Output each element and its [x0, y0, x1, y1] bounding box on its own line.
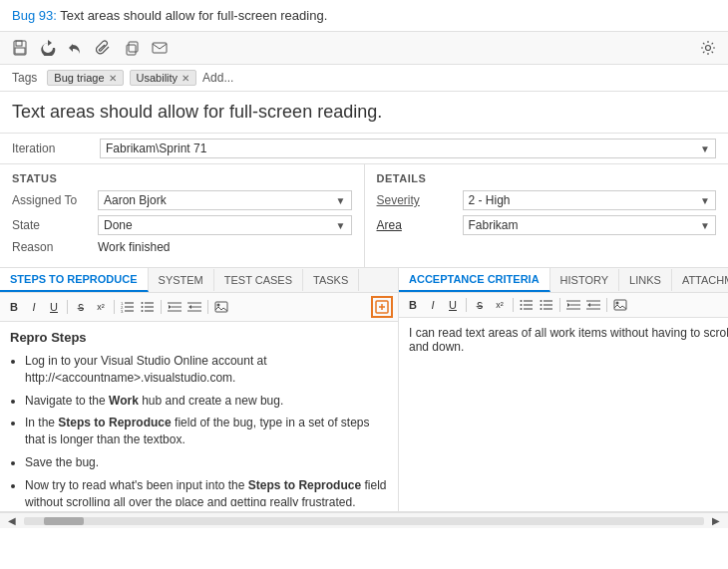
strikethrough-button[interactable]: S̶: [72, 298, 90, 316]
severity-arrow: ▼: [700, 195, 710, 206]
copy-icon[interactable]: [122, 38, 142, 58]
tag-usability-label: Usability: [137, 72, 179, 84]
tag-usability-close[interactable]: ✕: [182, 73, 189, 84]
right-separator-2: [513, 298, 514, 312]
right-indent-more-button[interactable]: [564, 296, 582, 314]
ul-button[interactable]: [139, 298, 157, 316]
toolbar-separator-3: [161, 300, 162, 314]
area-row: Area Fabrikam ▼: [377, 215, 717, 235]
toolbar-separator-2: [114, 300, 115, 314]
refresh-icon[interactable]: [38, 38, 58, 58]
toolbar: [0, 32, 728, 65]
underline-button[interactable]: U: [45, 298, 63, 316]
right-indent-less-button[interactable]: [584, 296, 602, 314]
left-section: STEPS TO REPRODUCE SYSTEM TEST CASES TAS…: [0, 268, 399, 511]
toolbar-separator-1: [67, 300, 68, 314]
area-value: Fabrikam: [469, 218, 519, 232]
iteration-dropdown-arrow: ▼: [700, 143, 710, 154]
assigned-to-value: Aaron Bjork: [104, 193, 167, 207]
list-item: Save the bug.: [25, 454, 388, 471]
expand-button[interactable]: [371, 296, 393, 318]
left-tab-bar: STEPS TO REPRODUCE SYSTEM TEST CASES TAS…: [0, 268, 398, 293]
add-tag-button[interactable]: Add...: [202, 71, 233, 85]
tab-links[interactable]: LINKS: [619, 269, 672, 291]
assigned-to-label: Assigned To: [12, 193, 92, 207]
tab-acceptance-criteria[interactable]: ACCEPTANCE CRITERIA: [399, 268, 550, 292]
scroll-thumb[interactable]: [44, 517, 84, 525]
reason-label: Reason: [12, 240, 92, 254]
svg-text:3.: 3.: [121, 309, 124, 313]
iteration-value: Fabrikam\Sprint 71: [106, 142, 206, 155]
state-select[interactable]: Done ▼: [98, 215, 352, 235]
indent-more-button[interactable]: [166, 298, 183, 316]
email-icon[interactable]: [150, 38, 170, 58]
title-bar: Bug 93: Text areas should allow for full…: [0, 0, 728, 32]
status-header: STATUS: [12, 172, 352, 184]
state-label: State: [12, 218, 92, 232]
tab-steps-to-reproduce[interactable]: STEPS TO REPRODUCE: [0, 268, 149, 292]
right-editor-toolbar: B I U S̶ x²: [399, 293, 728, 318]
right-ul-button[interactable]: [538, 296, 555, 314]
svg-point-26: [217, 304, 220, 307]
svg-point-18: [142, 310, 144, 312]
area-label: Area: [377, 218, 457, 232]
assigned-to-select[interactable]: Aaron Bjork ▼: [98, 190, 352, 210]
svg-point-16: [142, 302, 144, 304]
right-separator-1: [466, 298, 467, 312]
tags-label: Tags: [12, 71, 37, 85]
tag-bug-triage-label: Bug triage: [54, 72, 104, 84]
status-details-section: STATUS Assigned To Aaron Bjork ▼ State D…: [0, 164, 728, 268]
severity-row: Severity 2 - High ▼: [377, 190, 717, 210]
repro-steps-title: Repro Steps: [10, 330, 388, 345]
toolbar-separator-4: [207, 300, 208, 314]
tab-history[interactable]: HISTORY: [550, 269, 620, 291]
tab-test-cases[interactable]: TEST CASES: [214, 269, 303, 291]
attach-icon[interactable]: [94, 38, 114, 58]
right-superscript-button[interactable]: x²: [491, 296, 509, 314]
right-ol-button[interactable]: [518, 296, 536, 314]
indent-less-button[interactable]: [185, 298, 203, 316]
bottom-scrollbar: ◀ ▶: [0, 512, 728, 528]
right-underline-button[interactable]: U: [444, 296, 462, 314]
details-header: DETAILS: [377, 172, 717, 184]
right-strikethrough-button[interactable]: S̶: [471, 296, 489, 314]
acceptance-criteria-content[interactable]: I can read text areas of all work items …: [399, 318, 728, 507]
iteration-select[interactable]: Fabrikam\Sprint 71 ▼: [100, 139, 716, 158]
save-icon[interactable]: [10, 38, 30, 58]
bug-title-text: Text areas should allow for full-screen …: [60, 8, 327, 23]
superscript-button[interactable]: x²: [92, 298, 110, 316]
right-separator-3: [559, 298, 560, 312]
right-image-button[interactable]: [611, 296, 629, 314]
repro-steps-list: Log in to your Visual Studio Online acco…: [25, 353, 388, 506]
svg-rect-4: [129, 42, 138, 52]
scroll-right-arrow[interactable]: ▶: [708, 515, 724, 526]
state-arrow: ▼: [336, 220, 346, 231]
tab-attachment[interactable]: ATTACHMENT: [672, 269, 728, 291]
severity-select[interactable]: 2 - High ▼: [463, 190, 717, 210]
undo-icon[interactable]: [66, 38, 86, 58]
left-content-area: Repro Steps Log in to your Visual Studio…: [0, 322, 398, 511]
reason-value: Work finished: [98, 240, 352, 254]
repro-steps-content[interactable]: Repro Steps Log in to your Visual Studio…: [0, 322, 398, 506]
tag-bug-triage-close[interactable]: ✕: [109, 73, 117, 84]
area-arrow: ▼: [700, 220, 710, 231]
bug-id-link[interactable]: Bug 93:: [12, 8, 57, 23]
tab-tasks[interactable]: TASKS: [303, 269, 359, 291]
severity-label: Severity: [377, 193, 457, 207]
ol-button[interactable]: 1.2.3.: [119, 298, 137, 316]
work-item-title: Text areas should allow for full-screen …: [0, 92, 728, 134]
right-bold-button[interactable]: B: [404, 296, 422, 314]
italic-button[interactable]: I: [25, 298, 43, 316]
iteration-row: Iteration Fabrikam\Sprint 71 ▼: [0, 134, 728, 164]
reason-row: Reason Work finished: [12, 240, 352, 254]
list-item: Log in to your Visual Studio Online acco…: [25, 353, 388, 387]
area-select[interactable]: Fabrikam ▼: [463, 215, 717, 235]
image-button[interactable]: [212, 298, 230, 316]
right-italic-button[interactable]: I: [424, 296, 442, 314]
scroll-left-arrow[interactable]: ◀: [4, 515, 20, 526]
tab-system[interactable]: SYSTEM: [149, 269, 214, 291]
severity-value: 2 - High: [469, 193, 511, 207]
scroll-track[interactable]: [24, 517, 704, 525]
bold-button[interactable]: B: [5, 298, 23, 316]
settings-icon[interactable]: [698, 38, 718, 58]
